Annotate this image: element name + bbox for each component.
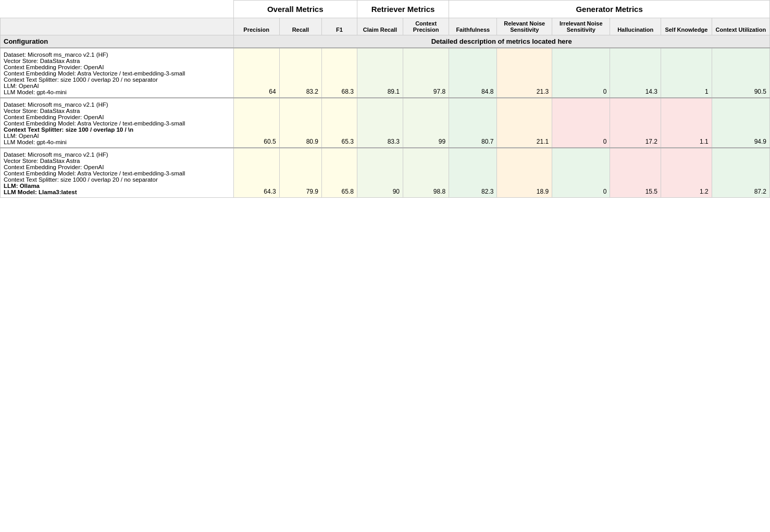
config-cell: Dataset: Microsoft ms_marco v2.1 (HF)Vec…: [1, 98, 234, 148]
configuration-label: Configuration: [1, 35, 234, 48]
hallucination-cell: 17.2: [610, 98, 661, 148]
irrelevant-noise-header: Irrelevant Noise Sensitivity: [552, 18, 610, 35]
faithfulness-cell: 84.8: [449, 48, 497, 98]
claim_recall-cell: 90: [357, 148, 403, 198]
generator-metrics-header: Generator Metrics: [449, 1, 770, 18]
overall-metrics-header: Overall Metrics: [233, 1, 357, 18]
irrelevant_noise_sensitivity-cell: 0: [552, 48, 610, 98]
self_knowledge-cell: 1.2: [661, 148, 712, 198]
config-cell: Dataset: Microsoft ms_marco v2.1 (HF)Vec…: [1, 148, 234, 198]
relevant_noise_sensitivity-cell: 21.3: [497, 48, 552, 98]
self_knowledge-cell: 1: [661, 48, 712, 98]
retriever-metrics-header: Retriever Metrics: [357, 1, 449, 18]
precision-cell: 64.3: [233, 148, 279, 198]
subheader-row: Precision Recall F1 Claim Recall Context…: [1, 18, 770, 35]
claim-recall-header: Claim Recall: [357, 18, 403, 35]
table-row: Dataset: Microsoft ms_marco v2.1 (HF)Vec…: [1, 148, 770, 198]
f1-cell: 68.3: [322, 48, 357, 98]
hallucination-header: Hallucination: [610, 18, 661, 35]
recall-cell: 79.9: [279, 148, 321, 198]
relevant-noise-header: Relevant Noise Sensitivity: [497, 18, 552, 35]
recall-cell: 83.2: [279, 48, 321, 98]
faithfulness-header: Faithfulness: [449, 18, 497, 35]
context_utilization-cell: 87.2: [712, 148, 769, 198]
table-container: Overall Metrics Retriever Metrics Genera…: [0, 0, 770, 198]
f1-cell: 65.8: [322, 148, 357, 198]
config-col-header: [1, 18, 234, 35]
precision-cell: 60.5: [233, 98, 279, 148]
hallucination-cell: 15.5: [610, 148, 661, 198]
precision-header: Precision: [233, 18, 279, 35]
recall-header: Recall: [279, 18, 321, 35]
irrelevant_noise_sensitivity-cell: 0: [552, 148, 610, 198]
f1-cell: 65.3: [322, 98, 357, 148]
context_precision-cell: 97.8: [403, 48, 449, 98]
claim_recall-cell: 83.3: [357, 98, 403, 148]
claim_recall-cell: 89.1: [357, 48, 403, 98]
recall-cell: 80.9: [279, 98, 321, 148]
context_precision-cell: 99: [403, 98, 449, 148]
empty-header: [1, 1, 234, 18]
relevant_noise_sensitivity-cell: 21.1: [497, 98, 552, 148]
self-knowledge-header: Self Knowledge: [661, 18, 712, 35]
irrelevant_noise_sensitivity-cell: 0: [552, 98, 610, 148]
context_utilization-cell: 94.9: [712, 98, 769, 148]
context_utilization-cell: 90.5: [712, 48, 769, 98]
table-row: Dataset: Microsoft ms_marco v2.1 (HF)Vec…: [1, 48, 770, 98]
table-body: Dataset: Microsoft ms_marco v2.1 (HF)Vec…: [1, 48, 770, 198]
faithfulness-cell: 80.7: [449, 98, 497, 148]
metrics-table: Overall Metrics Retriever Metrics Genera…: [0, 0, 770, 198]
metrics-description: Detailed description of metrics located …: [233, 35, 769, 48]
faithfulness-cell: 82.3: [449, 148, 497, 198]
group-header-row: Overall Metrics Retriever Metrics Genera…: [1, 1, 770, 18]
table-row: Dataset: Microsoft ms_marco v2.1 (HF)Vec…: [1, 98, 770, 148]
section-header-row: Configuration Detailed description of me…: [1, 35, 770, 48]
f1-header: F1: [322, 18, 357, 35]
hallucination-cell: 14.3: [610, 48, 661, 98]
config-cell: Dataset: Microsoft ms_marco v2.1 (HF)Vec…: [1, 48, 234, 98]
context-precision-header: Context Precision: [403, 18, 449, 35]
context-utilization-header: Context Utilization: [712, 18, 769, 35]
context_precision-cell: 98.8: [403, 148, 449, 198]
self_knowledge-cell: 1.1: [661, 98, 712, 148]
relevant_noise_sensitivity-cell: 18.9: [497, 148, 552, 198]
precision-cell: 64: [233, 48, 279, 98]
